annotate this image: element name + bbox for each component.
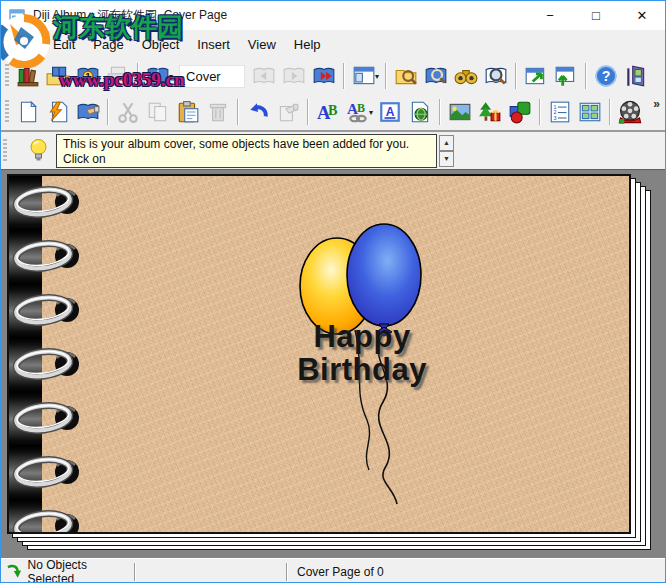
next-page-button[interactable] bbox=[279, 62, 309, 90]
web-page-icon bbox=[408, 100, 432, 124]
print-icon bbox=[106, 64, 130, 88]
insert-clipart-button[interactable] bbox=[475, 98, 505, 126]
help-button[interactable]: ? bbox=[591, 62, 621, 90]
shapes-icon bbox=[508, 100, 532, 124]
page-list-icon bbox=[146, 64, 170, 88]
new-page-icon bbox=[16, 100, 40, 124]
find-page-button[interactable] bbox=[481, 62, 511, 90]
insert-image-button[interactable] bbox=[445, 98, 475, 126]
quick-page-icon bbox=[46, 100, 70, 124]
menu-edit[interactable]: Edit bbox=[44, 33, 84, 56]
svg-text:1: 1 bbox=[86, 71, 91, 81]
menu-file[interactable]: File bbox=[5, 33, 44, 56]
svg-text:B: B bbox=[328, 102, 338, 118]
page-list-dropdown-icon[interactable]: ▾ bbox=[169, 72, 173, 81]
new-page-button[interactable] bbox=[13, 98, 43, 126]
greeting-text[interactable]: Happy Birthday bbox=[267, 320, 457, 386]
goto-page-button[interactable] bbox=[309, 62, 339, 90]
greeting-line1: Happy bbox=[267, 320, 457, 353]
linked-text-dropdown-icon[interactable]: ▾ bbox=[369, 108, 373, 117]
titlebar: Diji Album - 河东软件园, Cover Page − □ ✕ bbox=[1, 1, 665, 30]
delete-button[interactable] bbox=[203, 98, 233, 126]
exit-icon bbox=[624, 64, 648, 88]
infobar: This is your album cover, some objects h… bbox=[1, 130, 665, 169]
spiral-ring-icon bbox=[11, 292, 81, 328]
numbered-list-icon: 1 2 3 bbox=[548, 100, 572, 124]
binoculars-icon bbox=[454, 64, 478, 88]
exit-button[interactable] bbox=[621, 62, 651, 90]
close-button[interactable]: ✕ bbox=[619, 1, 665, 30]
more-buttons-chevron[interactable]: » bbox=[653, 97, 660, 111]
copy-button[interactable] bbox=[143, 98, 173, 126]
toolbar-grip[interactable] bbox=[5, 100, 9, 124]
insert-video-button[interactable] bbox=[615, 98, 645, 126]
insert-caption-button[interactable]: A bbox=[375, 98, 405, 126]
minimize-button[interactable]: − bbox=[527, 1, 573, 30]
menu-insert[interactable]: Insert bbox=[188, 33, 239, 56]
undo-icon bbox=[246, 100, 270, 124]
menu-object[interactable]: Object bbox=[133, 33, 189, 56]
svg-text:B: B bbox=[357, 101, 365, 115]
paste-button[interactable] bbox=[173, 98, 203, 126]
cut-button[interactable] bbox=[113, 98, 143, 126]
album-canvas[interactable]: Happy Birthday bbox=[1, 169, 665, 558]
binoculars-button[interactable] bbox=[451, 62, 481, 90]
toolbar-separator bbox=[385, 63, 387, 89]
import-window-button[interactable] bbox=[551, 62, 581, 90]
menu-help[interactable]: Help bbox=[285, 33, 330, 56]
paste-icon bbox=[176, 100, 200, 124]
app-window: Diji Album - 河东软件园, Cover Page − □ ✕ Fil… bbox=[0, 0, 666, 583]
previous-page-button[interactable] bbox=[249, 62, 279, 90]
print-button[interactable] bbox=[103, 62, 133, 90]
svg-text:?: ? bbox=[602, 68, 611, 84]
delete-icon bbox=[206, 100, 230, 124]
import-window-icon bbox=[554, 64, 578, 88]
undo-button[interactable] bbox=[243, 98, 273, 126]
numbered-list-button[interactable]: 1 2 3 bbox=[545, 98, 575, 126]
edit-page-button[interactable] bbox=[73, 98, 103, 126]
edit-page-icon bbox=[76, 100, 100, 124]
open-album-icon bbox=[46, 64, 70, 88]
layout-dropdown-icon[interactable]: ▾ bbox=[375, 72, 379, 81]
text-icon: A B bbox=[316, 100, 340, 124]
svg-text:A: A bbox=[386, 105, 395, 119]
thumbnails-button[interactable] bbox=[575, 98, 605, 126]
toolbar-secondary: A B A B ▾ A bbox=[1, 94, 665, 130]
menu-page[interactable]: Page bbox=[84, 33, 132, 56]
tip-spinner-down[interactable]: ▼ bbox=[439, 151, 454, 167]
find-folder-button[interactable] bbox=[391, 62, 421, 90]
infobar-grip[interactable] bbox=[3, 139, 7, 163]
insert-text-button[interactable]: A B bbox=[313, 98, 343, 126]
toolbar-separator bbox=[237, 99, 239, 125]
cut-icon bbox=[116, 100, 140, 124]
page-name-combo[interactable]: Cover bbox=[179, 65, 245, 88]
tip-spinner-up[interactable]: ▲ bbox=[439, 135, 454, 151]
spiral-ring-icon bbox=[11, 508, 81, 534]
toolbar-separator bbox=[307, 99, 309, 125]
caption-icon: A bbox=[378, 100, 402, 124]
clipart-icon bbox=[478, 100, 502, 124]
insert-web-page-button[interactable] bbox=[405, 98, 435, 126]
drag-page-icon bbox=[276, 100, 300, 124]
goto-page-icon bbox=[312, 64, 336, 88]
next-page-icon bbox=[282, 64, 306, 88]
previous-page-icon bbox=[252, 64, 276, 88]
export-window-icon bbox=[524, 64, 548, 88]
page-status: Cover Page of 0 bbox=[288, 565, 665, 579]
copy-icon bbox=[146, 100, 170, 124]
selection-status: No Objects Selected bbox=[28, 558, 134, 583]
spiral-ring-icon bbox=[11, 400, 81, 436]
quick-page-button[interactable] bbox=[43, 98, 73, 126]
find-album-button[interactable] bbox=[421, 62, 451, 90]
album-properties-button[interactable]: 1 bbox=[73, 62, 103, 90]
menu-view[interactable]: View bbox=[239, 33, 285, 56]
maximize-button[interactable]: □ bbox=[573, 1, 619, 30]
bookshelf-button[interactable] bbox=[13, 62, 43, 90]
toolbar-grip[interactable] bbox=[5, 64, 9, 88]
insert-shapes-button[interactable] bbox=[505, 98, 535, 126]
open-album-button[interactable] bbox=[43, 62, 73, 90]
album-cover-page[interactable]: Happy Birthday bbox=[7, 174, 631, 534]
export-window-button[interactable] bbox=[521, 62, 551, 90]
drag-page-button[interactable] bbox=[273, 98, 303, 126]
spiral-ring-icon bbox=[11, 346, 81, 382]
